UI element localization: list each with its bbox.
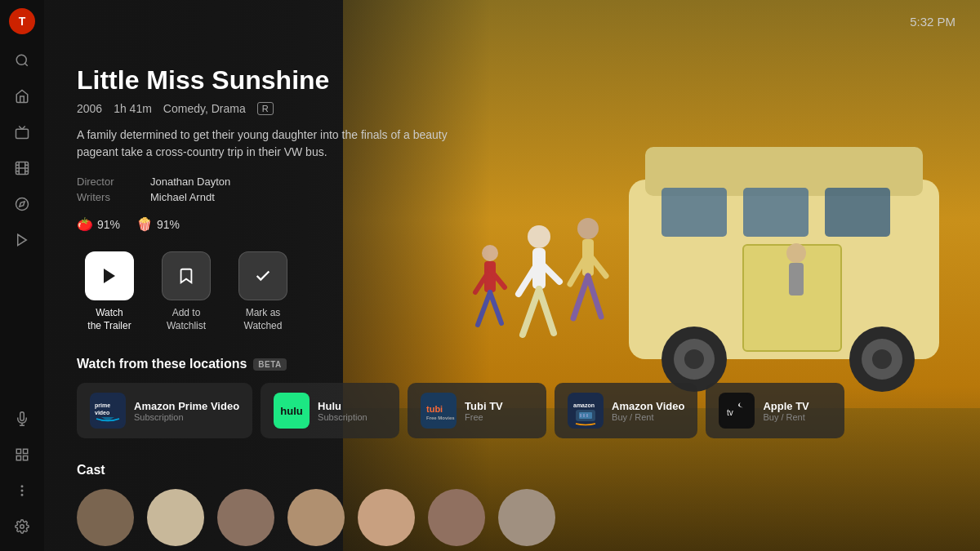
svg-rect-73 — [720, 394, 753, 427]
tomato-score: 91% — [97, 218, 120, 231]
sidebar-item-more[interactable] — [6, 474, 38, 507]
locations-row: prime video Amazon Prime Video Subscript… — [77, 383, 947, 438]
movie-meta: 2006 1h 41m Comedy, Drama R — [77, 102, 947, 115]
appletv-type: Buy / Rent — [763, 412, 808, 422]
sidebar-item-watchlist[interactable] — [6, 224, 38, 256]
sidebar-item-microphone[interactable] — [6, 402, 38, 435]
add-watchlist-label: Add toWatchlist — [167, 307, 206, 332]
prime-type: Subscription — [134, 412, 239, 422]
writers-value: Michael Arndt — [150, 191, 215, 203]
svg-point-45 — [16, 198, 29, 211]
cast-title: Cast — [77, 463, 947, 478]
svg-rect-53 — [16, 456, 20, 460]
sidebar-item-settings[interactable] — [6, 510, 38, 543]
sidebar-item-home[interactable] — [6, 80, 38, 113]
location-tubi[interactable]: tubi Free Movies & TV Tubi TV Free — [408, 383, 546, 438]
appletv-name: Apple TV — [763, 400, 808, 412]
mark-watched-button[interactable]: Mark asWatched — [230, 251, 296, 332]
tomato-rating: 🍅 91% — [77, 216, 120, 232]
locations-section-header: Watch from these locations BETA — [77, 357, 947, 371]
svg-marker-46 — [20, 202, 24, 207]
svg-point-56 — [21, 495, 23, 496]
cast-avatar[interactable] — [498, 489, 555, 546]
cast-row — [77, 489, 947, 546]
main-content: 5:32 PM Little Miss Sunshine 2006 1h 41m… — [44, 0, 980, 551]
tubi-logo: tubi Free Movies & TV — [421, 393, 457, 429]
location-appletv[interactable]: tv Apple TV Buy / Rent — [706, 383, 844, 438]
svg-point-55 — [21, 490, 23, 491]
director-label: Director — [77, 176, 126, 188]
svg-text:Free Movies & TV: Free Movies & TV — [426, 415, 455, 420]
play-icon-container — [85, 251, 134, 300]
tubi-icon: tubi Free Movies & TV — [422, 394, 455, 427]
sidebar-item-grid[interactable] — [6, 438, 38, 471]
amazon-logo: amazon — [568, 393, 604, 429]
movie-rating: R — [257, 102, 274, 115]
audience-score: 91% — [157, 218, 180, 231]
location-prime[interactable]: prime video Amazon Prime Video Subscript… — [77, 383, 252, 438]
amazon-info: Amazon Video Buy / Rent — [612, 400, 684, 422]
cast-avatar[interactable] — [77, 489, 134, 546]
add-watchlist-button[interactable]: Add toWatchlist — [154, 251, 219, 332]
location-amazon[interactable]: amazon Amazon Video Buy / Rent — [555, 383, 697, 438]
sidebar-item-search[interactable] — [6, 44, 38, 77]
director-row: Director Jonathan Dayton — [77, 176, 947, 188]
mark-watched-label: Mark asWatched — [244, 307, 283, 332]
svg-text:video: video — [95, 410, 109, 415]
svg-text:tv: tv — [727, 408, 733, 417]
locations-title: Watch from these locations — [77, 357, 247, 371]
tomato-icon: 🍅 — [77, 216, 93, 232]
svg-text:prime: prime — [95, 402, 110, 409]
svg-point-54 — [21, 486, 23, 487]
svg-rect-51 — [24, 449, 28, 453]
cast-avatar[interactable] — [147, 489, 204, 546]
play-icon — [100, 266, 119, 286]
svg-line-35 — [24, 63, 27, 65]
watchlist-icon-container — [162, 251, 211, 300]
crew-info: Director Jonathan Dayton Writers Michael… — [77, 176, 947, 203]
ratings-row: 🍅 91% 🍿 91% — [77, 216, 947, 232]
movie-genres: Comedy, Drama — [163, 102, 246, 115]
writers-row: Writers Michael Arndt — [77, 191, 947, 203]
appletv-icon: tv — [720, 394, 753, 427]
prime-video-icon: prime video — [91, 394, 124, 427]
movie-description: A family determined to get their young d… — [77, 127, 469, 161]
cast-avatar[interactable] — [217, 489, 274, 546]
svg-text:amazon: amazon — [573, 402, 595, 408]
movie-year: 2006 — [77, 102, 102, 115]
tubi-info: Tubi TV Free — [465, 400, 503, 422]
sidebar-item-tv[interactable] — [6, 116, 38, 149]
cast-avatar[interactable] — [428, 489, 485, 546]
amazon-name: Amazon Video — [612, 400, 684, 412]
cast-avatar[interactable] — [358, 489, 415, 546]
movie-duration: 1h 41m — [114, 102, 152, 115]
svg-rect-50 — [16, 449, 20, 453]
bookmark-icon — [177, 267, 195, 285]
svg-point-34 — [16, 55, 26, 64]
hulu-logo: hulu — [274, 393, 310, 429]
prime-info: Amazon Prime Video Subscription — [134, 400, 239, 422]
prime-name: Amazon Prime Video — [134, 400, 239, 412]
user-avatar[interactable]: T — [9, 8, 35, 34]
director-value: Jonathan Dayton — [150, 176, 230, 188]
sidebar-item-movies[interactable] — [6, 152, 38, 184]
hulu-name: Hulu — [318, 400, 368, 412]
clock: 5:32 PM — [910, 15, 956, 29]
popcorn-icon: 🍿 — [136, 216, 153, 232]
watch-trailer-button[interactable]: Watchthe Trailer — [77, 251, 142, 332]
tubi-name: Tubi TV — [465, 400, 503, 412]
check-icon-container — [238, 251, 287, 300]
action-buttons: Watchthe Trailer Add toWatchlist Mark as… — [77, 251, 947, 332]
watch-trailer-label: Watchthe Trailer — [87, 307, 131, 332]
sidebar-item-discover[interactable] — [6, 188, 38, 220]
appletv-logo: tv — [719, 393, 755, 429]
check-icon — [254, 267, 272, 285]
svg-marker-47 — [18, 234, 27, 246]
svg-point-57 — [20, 525, 24, 529]
amazon-icon: amazon — [569, 394, 602, 427]
cast-avatar[interactable] — [287, 489, 345, 546]
beta-badge: BETA — [253, 358, 286, 371]
location-hulu[interactable]: hulu Hulu Subscription — [261, 383, 399, 438]
movie-title: Little Miss Sunshine — [77, 65, 947, 96]
hulu-type: Subscription — [318, 412, 368, 422]
